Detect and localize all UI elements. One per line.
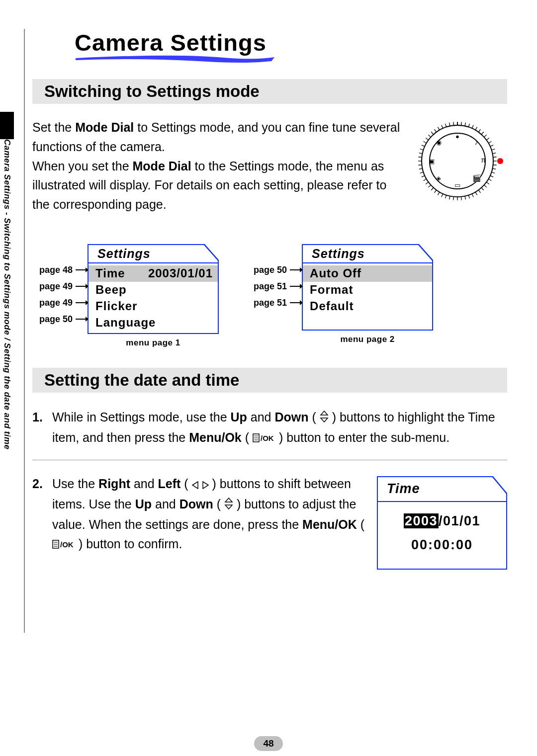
svg-line-48 (431, 188, 434, 190)
time-clock: 00:00:00 (378, 535, 506, 556)
svg-line-67 (442, 125, 443, 128)
svg-marker-76 (321, 418, 328, 422)
svg-text:/OK: /OK (261, 434, 274, 442)
up-down-icon (320, 409, 329, 428)
svg-text:●: ● (455, 133, 459, 140)
svg-line-31 (488, 179, 491, 181)
svg-line-29 (491, 172, 495, 173)
page-title-wrap: Camera Settings (75, 29, 278, 66)
svg-line-13 (465, 123, 465, 126)
svg-line-27 (493, 165, 497, 166)
svg-marker-85 (225, 505, 232, 509)
svg-line-62 (426, 138, 429, 140)
svg-line-35 (478, 190, 480, 193)
svg-text:◈: ◈ (436, 174, 441, 182)
page-ref: page 51 (254, 281, 287, 292)
up-down-icon (224, 496, 233, 515)
svg-line-68 (446, 124, 447, 127)
svg-line-38 (468, 195, 469, 198)
menu-item-time: Time2003/01/01 (89, 265, 218, 282)
svg-line-51 (424, 179, 427, 181)
svg-line-15 (472, 125, 473, 128)
svg-line-18 (481, 132, 484, 134)
svg-marker-83 (203, 482, 208, 489)
svg-line-66 (438, 127, 440, 130)
menu-caption-2: menu page 2 (302, 335, 433, 344)
svg-line-46 (438, 192, 440, 195)
svg-line-43 (449, 196, 450, 199)
section-heading-2: Setting the date and time (32, 368, 507, 393)
svg-line-25 (493, 157, 497, 158)
svg-line-65 (435, 129, 437, 132)
record-indicator-icon (497, 158, 503, 164)
page-ref: page 50 (254, 265, 287, 275)
menu-caption-1: menu page 1 (88, 338, 219, 348)
svg-line-55 (418, 165, 422, 166)
svg-line-19 (484, 135, 487, 137)
section-heading-1: Switching to Settings mode (32, 79, 507, 104)
svg-line-60 (422, 145, 425, 147)
page-ref: page 48 (39, 265, 73, 275)
settings-menu-2: Settings Auto Off Format Default (302, 244, 433, 331)
svg-line-53 (420, 172, 424, 173)
svg-line-54 (419, 168, 423, 169)
svg-line-69 (449, 123, 450, 126)
menu-item-language: Language (89, 315, 218, 331)
svg-marker-82 (192, 482, 198, 489)
mode-dial-illustration: ● ♪ π 🎬 ▭ ◈ ▣ ◉ (413, 119, 507, 205)
time-header: Time (378, 477, 425, 501)
svg-line-33 (484, 185, 487, 187)
side-tab-text: Camera Settings - Switching to Settings … (2, 139, 12, 449)
page-title: Camera Settings (75, 29, 278, 56)
side-tab: Camera Settings - Switching to Settings … (0, 112, 15, 449)
step-1: 1. While in Settings mode, use the Up an… (32, 408, 507, 448)
svg-line-58 (419, 153, 423, 154)
corner-cut-icon (492, 476, 507, 494)
svg-line-16 (475, 127, 477, 130)
page-ref: page 51 (254, 298, 287, 308)
svg-line-37 (472, 194, 473, 197)
menu-item-format: Format (303, 282, 432, 298)
svg-line-70 (453, 122, 454, 125)
svg-line-64 (431, 132, 434, 134)
svg-line-30 (490, 175, 493, 177)
menu-ok-icon: /OK (253, 429, 275, 448)
svg-line-17 (478, 129, 480, 132)
svg-line-22 (490, 145, 493, 147)
svg-text:▣: ▣ (429, 158, 435, 165)
svg-line-52 (422, 175, 425, 177)
title-underline-swoosh (75, 55, 278, 64)
svg-line-20 (486, 138, 489, 140)
divider (32, 460, 507, 460)
svg-line-34 (481, 188, 484, 190)
svg-line-24 (492, 153, 496, 154)
left-rule (24, 29, 25, 633)
time-submenu: Time 2003/01/01 00:00:00 (377, 476, 507, 570)
svg-line-44 (446, 195, 447, 198)
page-ref: page 50 (39, 314, 73, 325)
svg-line-49 (428, 185, 431, 187)
time-date: 2003/01/01 (378, 511, 506, 532)
corner-cut-icon (418, 244, 433, 261)
svg-line-61 (424, 142, 427, 144)
settings-menu-1: Settings Time2003/01/01 Beep Flicker Lan… (88, 244, 219, 334)
page-number: 48 (0, 736, 537, 751)
svg-line-32 (486, 182, 489, 184)
svg-line-12 (461, 122, 462, 125)
corner-cut-icon (204, 244, 219, 261)
svg-text:▭: ▭ (454, 181, 460, 189)
svg-text:◉: ◉ (436, 139, 442, 146)
svg-line-28 (492, 168, 496, 169)
page-ref: page 49 (39, 298, 73, 308)
menu-page-2: page 50 page 51 page 51 Settings Auto Of… (254, 244, 433, 344)
step-number: 1. (32, 408, 47, 448)
left-right-icon (192, 475, 209, 495)
menu-item-flicker: Flicker (89, 298, 218, 315)
svg-line-21 (488, 142, 491, 144)
svg-text:π: π (481, 156, 486, 164)
menu-ok-icon: /OK (52, 535, 75, 555)
svg-text:♪: ♪ (475, 138, 478, 146)
svg-line-39 (465, 196, 465, 199)
page-ref: page 49 (39, 281, 73, 292)
svg-marker-84 (225, 498, 232, 502)
